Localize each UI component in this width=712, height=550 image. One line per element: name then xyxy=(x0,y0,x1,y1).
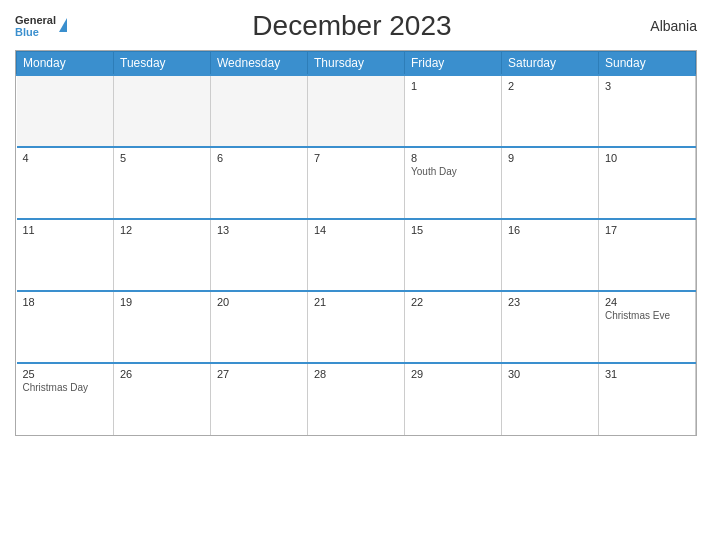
col-friday: Friday xyxy=(405,52,502,76)
col-saturday: Saturday xyxy=(502,52,599,76)
day-cell xyxy=(211,75,308,147)
logo: General Blue xyxy=(15,14,67,38)
day-number: 27 xyxy=(217,368,301,380)
header-row: Monday Tuesday Wednesday Thursday Friday… xyxy=(17,52,696,76)
day-cell: 10 xyxy=(599,147,696,219)
day-number: 3 xyxy=(605,80,689,92)
day-number: 30 xyxy=(508,368,592,380)
day-cell: 8Youth Day xyxy=(405,147,502,219)
col-thursday: Thursday xyxy=(308,52,405,76)
day-cell: 31 xyxy=(599,363,696,435)
logo-general: General xyxy=(15,14,56,26)
day-number: 29 xyxy=(411,368,495,380)
day-cell: 18 xyxy=(17,291,114,363)
day-number: 17 xyxy=(605,224,689,236)
day-cell: 14 xyxy=(308,219,405,291)
day-cell: 29 xyxy=(405,363,502,435)
day-cell: 28 xyxy=(308,363,405,435)
day-number: 2 xyxy=(508,80,592,92)
day-cell: 20 xyxy=(211,291,308,363)
day-cell: 9 xyxy=(502,147,599,219)
day-cell: 5 xyxy=(114,147,211,219)
day-number: 1 xyxy=(411,80,495,92)
calendar-container: Monday Tuesday Wednesday Thursday Friday… xyxy=(15,50,697,436)
day-number: 13 xyxy=(217,224,301,236)
day-cell: 26 xyxy=(114,363,211,435)
day-number: 24 xyxy=(605,296,689,308)
calendar-body: 12345678Youth Day91011121314151617181920… xyxy=(17,75,696,435)
day-cell: 7 xyxy=(308,147,405,219)
day-cell xyxy=(308,75,405,147)
day-number: 10 xyxy=(605,152,689,164)
day-number: 25 xyxy=(23,368,108,380)
week-row-1: 123 xyxy=(17,75,696,147)
day-cell: 16 xyxy=(502,219,599,291)
day-cell: 15 xyxy=(405,219,502,291)
day-number: 26 xyxy=(120,368,204,380)
day-cell: 21 xyxy=(308,291,405,363)
holiday-label: Christmas Eve xyxy=(605,310,689,321)
day-cell: 13 xyxy=(211,219,308,291)
day-number: 4 xyxy=(23,152,108,164)
day-cell: 17 xyxy=(599,219,696,291)
day-number: 23 xyxy=(508,296,592,308)
day-number: 20 xyxy=(217,296,301,308)
day-number: 18 xyxy=(23,296,108,308)
logo-blue: Blue xyxy=(15,26,56,38)
day-number: 8 xyxy=(411,152,495,164)
week-row-3: 11121314151617 xyxy=(17,219,696,291)
day-number: 7 xyxy=(314,152,398,164)
day-cell xyxy=(114,75,211,147)
col-wednesday: Wednesday xyxy=(211,52,308,76)
day-number: 22 xyxy=(411,296,495,308)
day-cell xyxy=(17,75,114,147)
day-cell: 11 xyxy=(17,219,114,291)
day-number: 14 xyxy=(314,224,398,236)
header: General Blue December 2023 Albania xyxy=(15,10,697,42)
day-cell: 12 xyxy=(114,219,211,291)
day-number: 31 xyxy=(605,368,689,380)
day-number: 5 xyxy=(120,152,204,164)
day-cell: 2 xyxy=(502,75,599,147)
day-number: 12 xyxy=(120,224,204,236)
logo-triangle-icon xyxy=(59,18,67,32)
logo-text: General Blue xyxy=(15,14,56,38)
col-sunday: Sunday xyxy=(599,52,696,76)
day-cell: 1 xyxy=(405,75,502,147)
day-cell: 30 xyxy=(502,363,599,435)
calendar-page: General Blue December 2023 Albania Monda… xyxy=(0,0,712,550)
week-row-5: 25Christmas Day262728293031 xyxy=(17,363,696,435)
col-tuesday: Tuesday xyxy=(114,52,211,76)
day-number: 15 xyxy=(411,224,495,236)
day-number: 28 xyxy=(314,368,398,380)
day-cell: 24Christmas Eve xyxy=(599,291,696,363)
calendar-table: Monday Tuesday Wednesday Thursday Friday… xyxy=(16,51,696,435)
day-cell: 19 xyxy=(114,291,211,363)
day-cell: 25Christmas Day xyxy=(17,363,114,435)
country-label: Albania xyxy=(637,18,697,34)
page-title: December 2023 xyxy=(67,10,637,42)
holiday-label: Christmas Day xyxy=(23,382,108,393)
day-number: 19 xyxy=(120,296,204,308)
day-cell: 6 xyxy=(211,147,308,219)
day-cell: 27 xyxy=(211,363,308,435)
day-number: 9 xyxy=(508,152,592,164)
day-cell: 4 xyxy=(17,147,114,219)
col-monday: Monday xyxy=(17,52,114,76)
day-number: 11 xyxy=(23,224,108,236)
day-cell: 22 xyxy=(405,291,502,363)
day-cell: 3 xyxy=(599,75,696,147)
week-row-2: 45678Youth Day910 xyxy=(17,147,696,219)
day-number: 6 xyxy=(217,152,301,164)
day-number: 21 xyxy=(314,296,398,308)
calendar-header: Monday Tuesday Wednesday Thursday Friday… xyxy=(17,52,696,76)
holiday-label: Youth Day xyxy=(411,166,495,177)
day-number: 16 xyxy=(508,224,592,236)
day-cell: 23 xyxy=(502,291,599,363)
week-row-4: 18192021222324Christmas Eve xyxy=(17,291,696,363)
